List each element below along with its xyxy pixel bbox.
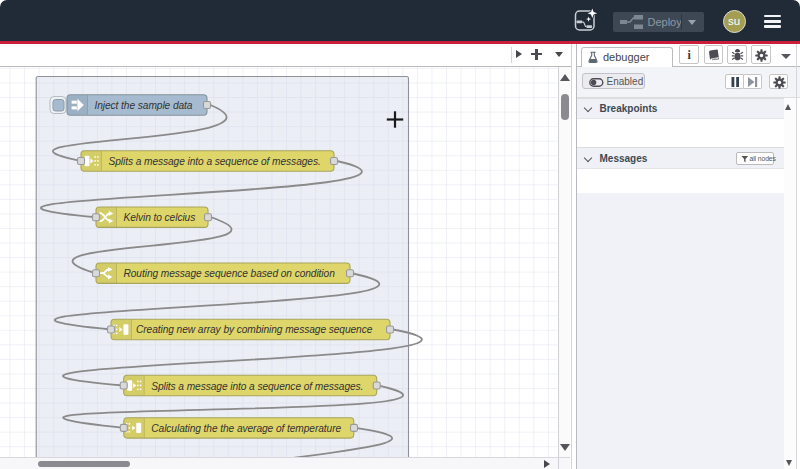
svg-text:Routing message sequence based: Routing message sequence based on condit…: [124, 268, 336, 279]
svg-text:Splits a message into a sequen: Splits a message into a sequence of mess…: [109, 155, 321, 166]
svg-text:Inject the sample data: Inject the sample data: [95, 99, 193, 110]
svg-text:Splits a message into a sequen: Splits a message into a sequence of mess…: [151, 380, 363, 391]
svg-text:Kelvin to celcius: Kelvin to celcius: [124, 211, 196, 222]
svg-text:Creating new array by combinin: Creating new array by combining message …: [136, 324, 373, 335]
svg-text:Calculating the the average of: Calculating the the average of temperatu…: [151, 422, 341, 433]
